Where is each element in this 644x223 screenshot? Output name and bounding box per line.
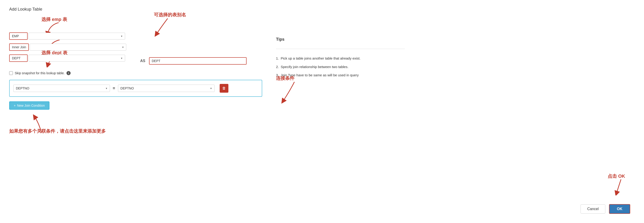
info-icon[interactable]: i: [66, 71, 70, 75]
left-condition-dropdown[interactable]: DEPTNO: [13, 84, 110, 92]
left-panel: 选择 emp 表 选择连接方式: [9, 18, 262, 134]
ok-annotation: 点击 OK: [607, 173, 626, 196]
right-condition-wrapper: DEPTNO: [118, 84, 214, 92]
emp-dropdown[interactable]: [28, 33, 125, 40]
tips-title: Tips: [276, 37, 405, 42]
alias-input-wrapper: [149, 57, 246, 64]
skip-snapshot-checkbox[interactable]: [9, 71, 13, 75]
join-type-box: Inner Join: [9, 44, 29, 51]
tip-item-2: 2. Specify join relationship between two…: [276, 64, 405, 70]
join-dropdown-wrapper: [30, 44, 126, 50]
delete-condition-button[interactable]: 🗑: [220, 84, 228, 93]
alias-section: 可选择的表别名 AS: [136, 32, 246, 64]
selectors-column: EMP Inner Join: [9, 32, 126, 66]
join-condition-area: DEPTNO = DEPTNO 🗑: [9, 80, 262, 97]
ok-button[interactable]: OK: [609, 204, 630, 214]
trash-icon: 🗑: [222, 86, 226, 90]
plus-icon: +: [14, 104, 16, 107]
dept-dropdown-wrapper: [28, 55, 125, 62]
right-condition-dropdown[interactable]: DEPTNO: [118, 84, 214, 92]
skip-snapshot-section: Skip snapshot for this lookup table. i: [9, 71, 262, 75]
condition-row: DEPTNO = DEPTNO 🗑: [13, 84, 258, 93]
footer-buttons: 点击 OK Cancel OK: [580, 204, 630, 214]
tips-list: 1. Pick up a table joins another table t…: [276, 56, 405, 78]
equals-sign: =: [113, 86, 115, 91]
skip-snapshot-label: Skip snapshot for this lookup table.: [15, 71, 65, 75]
cancel-button[interactable]: Cancel: [580, 204, 605, 214]
as-label: AS: [140, 59, 145, 63]
join-type-row: Inner Join: [9, 44, 126, 51]
tips-panel: Tips 1. Pick up a table joins another ta…: [276, 18, 405, 81]
annotation-add-more: [32, 114, 55, 137]
join-type-dropdown[interactable]: [30, 44, 126, 50]
emp-row: EMP: [9, 32, 126, 40]
emp-box: EMP: [9, 32, 28, 40]
page-title: Add Lookup Table: [9, 7, 635, 12]
tip-item-1: 1. Pick up a table joins another table t…: [276, 56, 405, 61]
annotation-alias: 可选择的表别名: [154, 12, 186, 37]
dept-dropdown[interactable]: [28, 55, 125, 62]
new-join-condition-button[interactable]: + New Join Condition: [9, 102, 50, 110]
alias-input[interactable]: [150, 58, 246, 64]
dept-row: DEPT: [9, 54, 126, 62]
new-join-condition-label: New Join Condition: [17, 104, 45, 107]
left-condition-wrapper: DEPTNO: [13, 84, 110, 92]
new-condition-section: + New Join Condition: [9, 97, 262, 110]
emp-dropdown-wrapper: [28, 33, 125, 40]
annotation-condition: 连接条件: [276, 75, 304, 105]
dept-box: DEPT: [9, 54, 28, 62]
